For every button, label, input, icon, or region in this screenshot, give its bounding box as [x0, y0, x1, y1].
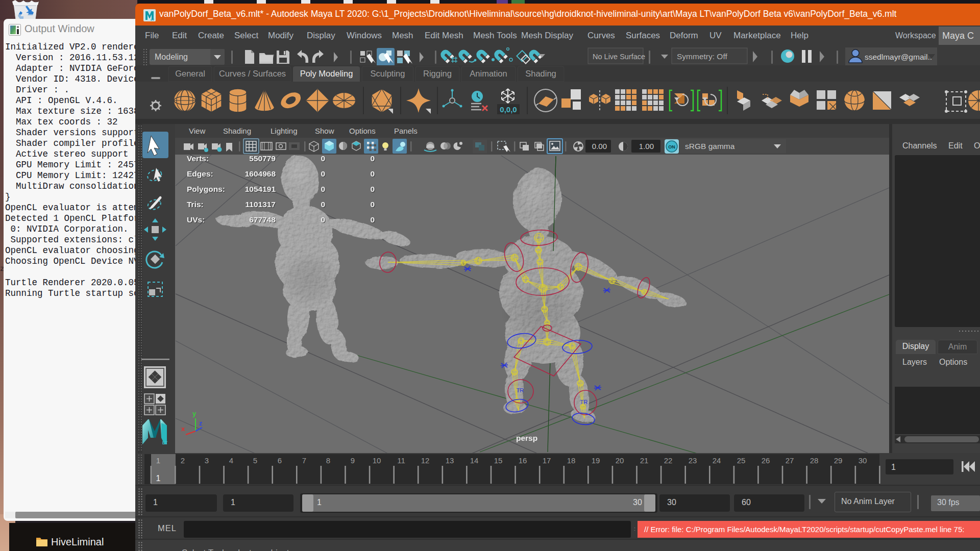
svg-text:0: 0: [370, 200, 375, 209]
svg-text:24: 24: [713, 456, 721, 465]
svg-text:LT: LT: [162, 440, 168, 445]
svg-text:6: 6: [278, 456, 282, 465]
svg-text:TR: TR: [517, 387, 524, 393]
svg-text:0: 0: [370, 215, 375, 224]
svg-text:12: 12: [421, 456, 430, 465]
svg-text:0.00: 0.00: [592, 142, 607, 151]
svg-text:19: 19: [592, 456, 600, 465]
svg-text:Poly Modeling: Poly Modeling: [300, 69, 353, 78]
svg-text:17: 17: [543, 456, 551, 465]
svg-text:Tris:: Tris:: [187, 200, 204, 209]
svg-text:Polygons:: Polygons:: [187, 185, 225, 193]
svg-text:16: 16: [519, 456, 527, 465]
svg-text:3: 3: [205, 456, 209, 465]
svg-text:8: 8: [326, 456, 330, 465]
svg-text:0,0,0: 0,0,0: [500, 105, 517, 114]
svg-text:Shading: Shading: [223, 127, 251, 135]
svg-text:26: 26: [762, 456, 770, 465]
svg-text:0: 0: [370, 155, 375, 163]
svg-text:Rigging: Rigging: [423, 69, 452, 78]
svg-text:23: 23: [689, 456, 697, 465]
svg-text:1054191: 1054191: [245, 185, 276, 193]
svg-text:2: 2: [181, 456, 185, 465]
svg-text:1604968: 1604968: [245, 169, 276, 178]
svg-text:Verts:: Verts:: [187, 155, 209, 163]
svg-text:Sculpting: Sculpting: [371, 69, 405, 78]
svg-text:Modeling: Modeling: [155, 53, 188, 61]
svg-text:0: 0: [321, 200, 325, 209]
svg-text:Show: Show: [315, 127, 334, 135]
svg-text:persp: persp: [516, 434, 537, 442]
svg-text:0: 0: [321, 169, 325, 178]
svg-text:30: 30: [859, 456, 867, 465]
svg-text:1: 1: [891, 463, 896, 471]
svg-text:y: y: [192, 410, 197, 417]
svg-text:0: 0: [321, 155, 325, 163]
svg-text:1: 1: [156, 474, 161, 483]
svg-text:11: 11: [397, 456, 405, 465]
svg-text:25: 25: [737, 456, 746, 465]
svg-text:z: z: [199, 419, 203, 427]
svg-text:View: View: [189, 127, 205, 135]
svg-text:4: 4: [229, 456, 233, 465]
svg-text:Edges:: Edges:: [187, 169, 213, 178]
svg-text:677748: 677748: [249, 215, 276, 224]
svg-text:0: 0: [370, 169, 375, 178]
svg-text:LT: LT: [151, 18, 154, 21]
svg-text:0: 0: [370, 185, 375, 193]
svg-text:28: 28: [810, 456, 819, 465]
svg-text:x: x: [181, 425, 185, 433]
svg-text:10: 10: [373, 456, 381, 465]
svg-text:1101317: 1101317: [246, 200, 276, 209]
svg-text:14: 14: [470, 456, 479, 465]
svg-text:Curves / Surfaces: Curves / Surfaces: [219, 69, 286, 78]
svg-text:20: 20: [616, 456, 624, 465]
svg-text:sRGB gamma: sRGB gamma: [685, 142, 735, 151]
svg-text:ssedlmayr@gmail..: ssedlmayr@gmail..: [865, 53, 932, 61]
svg-text:1: 1: [156, 456, 160, 465]
svg-text:Shading: Shading: [525, 69, 556, 78]
svg-text:22: 22: [664, 456, 673, 465]
svg-text:29: 29: [834, 456, 843, 465]
svg-text:Animation: Animation: [470, 69, 507, 78]
svg-text:7: 7: [302, 456, 306, 465]
svg-text:ON: ON: [668, 144, 675, 149]
svg-text:0: 0: [321, 185, 325, 193]
svg-text:15: 15: [494, 456, 503, 465]
svg-text:Options: Options: [349, 127, 376, 135]
svg-text:18: 18: [567, 456, 576, 465]
svg-text:Symmetry: Off: Symmetry: Off: [677, 52, 727, 61]
svg-text:General: General: [175, 69, 205, 78]
svg-text:550779: 550779: [249, 155, 276, 163]
svg-text:1.00: 1.00: [639, 142, 654, 151]
svg-text:13: 13: [446, 456, 454, 465]
svg-text:TR: TR: [580, 399, 588, 405]
svg-text:0: 0: [321, 215, 325, 224]
svg-text:Panels: Panels: [394, 127, 418, 135]
svg-text:21: 21: [640, 456, 649, 465]
svg-text:Lighting: Lighting: [271, 127, 298, 135]
svg-text:9: 9: [351, 456, 355, 465]
svg-text:27: 27: [786, 456, 794, 465]
svg-text:UVs:: UVs:: [187, 215, 205, 224]
svg-text:No Live Surface: No Live Surface: [593, 53, 645, 61]
svg-text:5: 5: [253, 456, 257, 465]
